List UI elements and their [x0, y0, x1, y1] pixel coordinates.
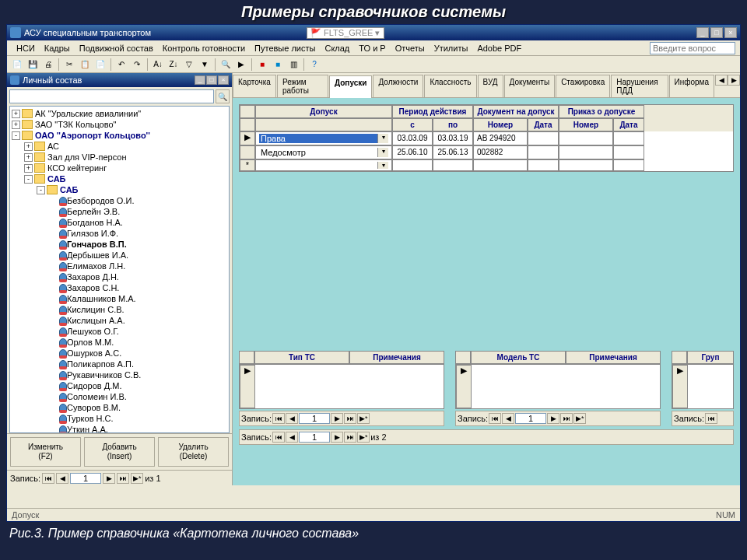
sub-grid[interactable]: Тип ТСПримечания ▶	[239, 351, 444, 409]
menu-sklad[interactable]: Склад	[320, 42, 354, 54]
tree-item[interactable]: +АС	[12, 141, 227, 152]
tool-btn[interactable]: ▶	[234, 58, 248, 72]
tree-person[interactable]: Захаров С.Н.	[12, 282, 227, 293]
nav-new[interactable]: ▶*	[573, 413, 586, 424]
nav-value[interactable]	[70, 473, 101, 484]
help-search-input[interactable]	[650, 42, 735, 54]
nav-next[interactable]: ▶	[331, 413, 343, 424]
dropdown-icon[interactable]: ▾	[377, 148, 388, 157]
tree-person[interactable]: Дербышев И.А.	[12, 250, 227, 261]
grid-row[interactable]: Медосмотр▾ 25.06.1025.06.13 002882	[240, 145, 733, 159]
nav-new[interactable]: ▶*	[357, 432, 370, 443]
nav-new[interactable]: ▶*	[131, 473, 143, 484]
tree-person[interactable]: Ошурков А.С.	[12, 348, 227, 359]
nav-last[interactable]: ⏭	[560, 413, 573, 424]
dropdown-icon[interactable]: ▾	[377, 134, 388, 143]
new-row-marker[interactable]: *	[240, 159, 255, 171]
nav-prev[interactable]: ◀	[56, 473, 68, 484]
tool-btn[interactable]: 🖨	[41, 58, 55, 72]
tab-6[interactable]: Документы	[504, 75, 556, 97]
redo-icon[interactable]: ↷	[130, 58, 144, 72]
copy-icon[interactable]: 📋	[78, 58, 92, 72]
tab-1[interactable]: Режим работы	[277, 75, 328, 97]
tree-person[interactable]: Уткин А.А.	[12, 424, 227, 433]
nav-prev[interactable]: ◀	[286, 432, 298, 443]
tab-scroll-left[interactable]: ◀	[715, 75, 728, 86]
nav-value[interactable]	[299, 413, 330, 424]
nav-prev[interactable]: ◀	[286, 413, 298, 424]
tab-scroll-right[interactable]: ▶	[728, 75, 740, 86]
tree-item[interactable]: -ОАО ''Аэропорт Кольцово''	[12, 130, 227, 141]
nav-next[interactable]: ▶	[331, 432, 343, 443]
tool-btn[interactable]: ▥	[286, 58, 300, 72]
nav-last[interactable]: ⏭	[344, 413, 356, 424]
tree-item[interactable]: +Зал для VIP-персон	[12, 152, 227, 163]
tree-person[interactable]: Поликарпов А.П.	[12, 359, 227, 369]
filter-icon[interactable]: ▽	[182, 58, 196, 72]
dopusk-grid[interactable]: Допуск Период действия Документ на допус…	[239, 104, 734, 172]
panel-close[interactable]: ×	[218, 75, 229, 85]
tree-person[interactable]: Кислицын А.А.	[12, 315, 227, 326]
tree-person[interactable]: Калашников М.А.	[12, 293, 227, 304]
tree-person[interactable]: Лешуков О.Г.	[12, 326, 227, 337]
tree-person[interactable]: Рукавичников С.В.	[12, 369, 227, 380]
tab-8[interactable]: Нарушения ПДД	[611, 75, 668, 97]
tree-person[interactable]: Суворов В.М.	[12, 402, 227, 413]
tab-5[interactable]: ВУД	[478, 75, 503, 97]
delete-button[interactable]: Удалить(Delete)	[158, 437, 229, 467]
sub-grid[interactable]: Груп ▶	[672, 351, 734, 409]
menu-pl[interactable]: Путевые листы	[250, 42, 320, 54]
menu-pdf[interactable]: Adobe PDF	[472, 42, 526, 54]
tree-person[interactable]: Берлейн Э.В.	[12, 206, 227, 217]
org-tree[interactable]: +АК "Уральские авиалинии"+ЗАО "ТЗК Кольц…	[9, 106, 230, 433]
tree-search-btn[interactable]: 🔍	[216, 89, 230, 103]
nav-first[interactable]: ⏮	[272, 432, 285, 443]
nav-last[interactable]: ⏭	[344, 432, 356, 443]
tree-item[interactable]: -САБ	[12, 184, 227, 195]
menu-reports[interactable]: Отчеты	[391, 42, 430, 54]
sort-icon[interactable]: Z↓	[167, 58, 181, 72]
tree-person[interactable]: Захаров Д.Н.	[12, 271, 227, 282]
find-icon[interactable]: 🔍	[219, 58, 233, 72]
tree-item[interactable]: -САБ	[12, 173, 227, 184]
help-icon[interactable]: ?	[307, 58, 321, 72]
tree-person[interactable]: Сидоров Д.М.	[12, 380, 227, 391]
menu-ps[interactable]: Подвижной состав	[75, 42, 158, 54]
paste-icon[interactable]: 📄	[93, 58, 107, 72]
grid-row[interactable]: ▶ Права▾ 03.03.0903.03.19 АВ 294920	[240, 131, 733, 145]
nav-first[interactable]: ⏮	[705, 413, 717, 424]
undo-icon[interactable]: ↶	[114, 58, 128, 72]
tab-7[interactable]: Стажировка	[556, 75, 610, 97]
maximize-btn[interactable]: □	[710, 27, 723, 38]
tree-person[interactable]: Богданов Н.А.	[12, 217, 227, 228]
nav-first[interactable]: ⏮	[42, 473, 54, 484]
tab-2[interactable]: Допуски	[329, 75, 372, 98]
cut-icon[interactable]: ✂	[62, 58, 76, 72]
tree-item[interactable]: +АК "Уральские авиалинии"	[12, 108, 227, 119]
menu-kg[interactable]: Контроль готовности	[158, 42, 250, 54]
tree-person[interactable]: Гилязов И.Ф.	[12, 228, 227, 239]
nav-new[interactable]: ▶*	[357, 413, 370, 424]
tree-person[interactable]: Безбородов О.И.	[12, 195, 227, 206]
tree-person[interactable]: Кислицин С.В.	[12, 304, 227, 315]
panel-min[interactable]: _	[195, 75, 205, 85]
close-btn[interactable]: ×	[724, 27, 737, 38]
menu-utils[interactable]: Утилиты	[430, 42, 473, 54]
tree-person[interactable]: Турков Н.С.	[12, 413, 227, 424]
tree-item[interactable]: +КСО кейтеринг	[12, 163, 227, 173]
menu-toir[interactable]: ТО и Р	[354, 42, 390, 54]
tree-search-input[interactable]	[9, 89, 214, 103]
menu-nsi[interactable]: НСИ	[12, 42, 40, 54]
tree-person[interactable]: Елимахов Л.Н.	[12, 261, 227, 271]
tab-9[interactable]: Информа	[669, 75, 715, 97]
tool-btn[interactable]: 💾	[26, 58, 40, 72]
tree-person[interactable]: Гончаров В.П.	[12, 239, 227, 250]
nav-next[interactable]: ▶	[103, 473, 115, 484]
tab-3[interactable]: Должности	[373, 75, 423, 97]
filter-icon[interactable]: ▼	[198, 58, 212, 72]
tool-btn[interactable]: ■	[255, 58, 269, 72]
nav-first[interactable]: ⏮	[489, 413, 501, 424]
sort-icon[interactable]: A↓	[151, 58, 165, 72]
tree-person[interactable]: Соломеин И.В.	[12, 391, 227, 402]
sub-grid[interactable]: Модель ТСПримечания ▶	[455, 351, 661, 409]
